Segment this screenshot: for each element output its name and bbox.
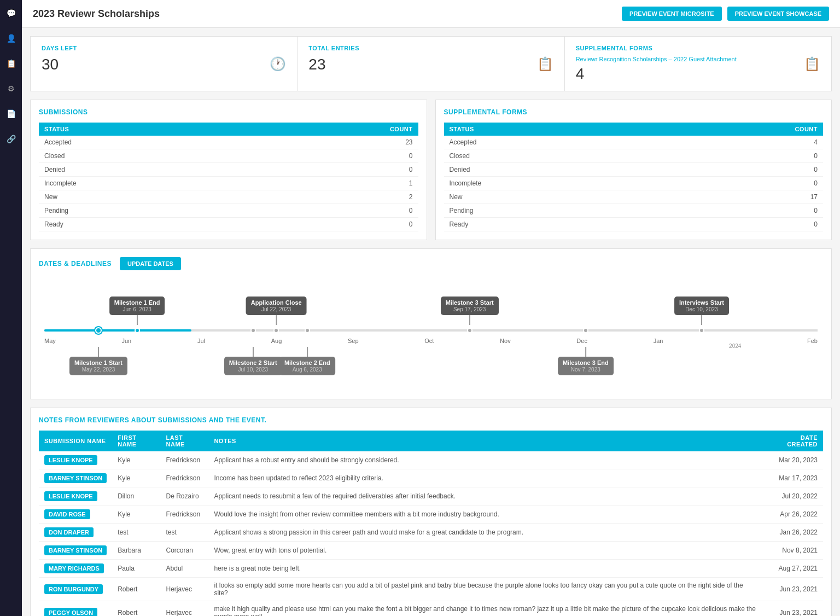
count-cell: 17 [656,190,823,204]
status-cell: Ready [39,218,252,231]
connector [253,347,254,357]
last-name-cell: Fredrickson [161,451,209,469]
table-row: LESLIE KNOPE Kyle Fredrickson Applicant … [39,451,823,469]
date-cell: Jun 23, 2021 [764,601,823,617]
table-row: DAVID ROSE Kyle Fredrickson Would love t… [39,505,823,524]
submission-name-cell: BARNEY STINSON [39,542,112,560]
preview-showcase-button[interactable]: PREVIEW EVENT SHOWCASE [727,7,829,21]
status-cell: New [444,190,657,204]
main-content-area: SUBMISSIONS STATUS COUNT Accepted23Close… [30,100,832,616]
last-name-cell: Fredrickson [161,469,209,487]
table-row: Incomplete0 [444,177,824,190]
first-name-cell: Robert [112,601,160,617]
status-cell: Accepted [444,136,657,149]
status-cell: Incomplete [444,177,657,190]
month-feb: Feb [807,338,818,344]
submission-badge[interactable]: PEGGY OLSON [44,608,97,616]
sidebar: 💬 👤 📋 ⚙ 📄 🔗 [0,0,22,616]
table-row: Accepted23 [39,136,418,149]
milestone-3-end-event: Milestone 3 EndNov 7, 2023 [558,347,614,375]
table-row: Pending0 [39,204,418,218]
milestone-1-start-event: Milestone 1 StartMay 22, 2023 [69,347,127,375]
month-jun: Jun [121,338,131,344]
submission-badge[interactable]: DON DRAPER [44,527,94,537]
submission-badge[interactable]: MARY RICHARDS [44,563,104,573]
milestone-2-start-event: Milestone 2 StartJul 10, 2023 [224,347,282,375]
sidebar-icon-file[interactable]: 📄 [3,106,19,121]
submission-badge[interactable]: BARNEY STINSON [44,473,107,483]
dot-m1-start [95,327,102,334]
table-row: Incomplete1 [39,177,418,190]
month-nov: Nov [500,338,511,344]
milestone-1-end-box: Milestone 1 EndJun 6, 2023 [109,297,165,315]
timeline-axis [44,325,818,336]
total-entries-value: 23 [308,56,553,73]
status-cell: Denied [444,163,657,177]
count-cell: 2 [252,190,418,204]
supplemental-forms-stat: SUPPLEMENTAL FORMS Reviewr Recognition S… [565,37,831,91]
submission-name-cell: RON BURGUNDY [39,578,112,601]
first-name-cell: test [112,524,160,542]
last-name-cell: Fredrickson [161,505,209,524]
count-cell: 0 [656,149,823,163]
count-cell: 0 [252,204,418,218]
sidebar-icon-chat[interactable]: 💬 [3,5,19,21]
month-dec: Dec [576,338,587,344]
table-row: DON DRAPER test test Applicant shows a s… [39,524,823,542]
connector [469,315,470,325]
submission-badge[interactable]: LESLIE KNOPE [44,455,97,465]
table-row: Ready0 [39,218,418,231]
table-row: Closed0 [444,149,824,163]
dot-interviews [699,328,704,333]
timeline-visual: Milestone 1 EndJun 6, 2023 Application C… [39,281,823,391]
table-row: BARNEY STINSON Barbara Corcoran Wow, gre… [39,542,823,560]
supplemental-forms-value: 4 [576,65,820,83]
submission-name-cell: BARNEY STINSON [39,469,112,487]
milestone-2-end-box: Milestone 2 EndAug 6, 2023 [279,357,335,375]
first-name-cell: Paula [112,560,160,578]
note-cell: Applicant shows a strong passion in this… [208,524,764,542]
month-aug: Aug [271,338,282,344]
date-cell: Aug 27, 2021 [764,560,823,578]
submission-badge[interactable]: LESLIE KNOPE [44,491,97,501]
note-cell: Would love the insight from other review… [208,505,764,524]
update-dates-button[interactable]: UPDATE DATES [120,257,181,270]
col-first-name: FIRST NAME [112,431,160,451]
status-cell: Ready [444,218,657,231]
last-name-cell: test [161,524,209,542]
col-date-created: DATE CREATED [764,431,823,451]
count-cell: 0 [656,163,823,177]
submission-badge[interactable]: RON BURGUNDY [44,584,103,594]
last-name-cell: Corcoran [161,542,209,560]
days-left-stat: DAYS LEFT 30 🕐 [31,37,298,91]
milestone-3-end-box: Milestone 3 EndNov 7, 2023 [558,357,614,375]
submission-name-cell: LESLIE KNOPE [39,487,112,505]
last-name-cell: De Rozairo [161,487,209,505]
table-row: Denied0 [444,163,824,177]
submission-badge[interactable]: DAVID ROSE [44,509,90,519]
header-buttons: PREVIEW EVENT MICROSITE PREVIEW EVENT SH… [622,7,829,21]
month-may: May [44,338,56,344]
submission-badge[interactable]: BARNEY STINSON [44,545,107,555]
table-row: PEGGY OLSON Robert Herjavec make it high… [39,601,823,617]
supplemental-card: SUPPLEMENTAL FORMS STATUS COUNT Accepted… [435,100,832,240]
sidebar-icon-clipboard[interactable]: 📋 [3,56,19,71]
copy-icon: 📋 [537,56,553,72]
milestone-3-start-event: Milestone 3 StartSep 17, 2023 [441,297,499,325]
first-name-cell: Kyle [112,505,160,524]
preview-microsite-button[interactable]: PREVIEW EVENT MICROSITE [622,7,722,21]
sidebar-icon-settings[interactable]: ⚙ [3,81,19,96]
copy-icon-2: 📋 [804,56,820,72]
sidebar-icon-link[interactable]: 🔗 [3,131,19,147]
count-cell: 0 [252,163,418,177]
connector [701,315,702,325]
sidebar-icon-user[interactable]: 👤 [3,31,19,46]
date-cell: Apr 26, 2022 [764,505,823,524]
supplemental-title: SUPPLEMENTAL FORMS [444,108,824,116]
page-title: 2023 Reviewr Scholarships [33,8,160,20]
submission-name-cell: DAVID ROSE [39,505,112,524]
stats-row: DAYS LEFT 30 🕐 TOTAL ENTRIES 23 📋 SUPPLE… [30,36,832,91]
submissions-table: STATUS COUNT Accepted23Closed0Denied0Inc… [39,123,418,231]
tables-row: SUBMISSIONS STATUS COUNT Accepted23Close… [30,100,832,240]
table-row: Accepted4 [444,136,824,149]
